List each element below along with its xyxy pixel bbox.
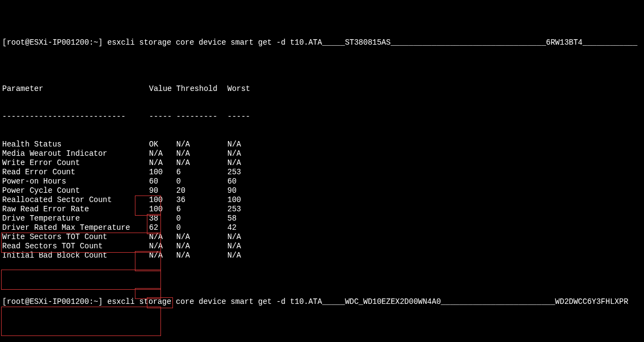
cell-threshold: 0 — [176, 223, 227, 233]
table-row: Health StatusOKN/AN/A — [2, 140, 642, 149]
cell-threshold: N/A — [176, 251, 227, 260]
cell-threshold: 20 — [176, 186, 227, 196]
cell-threshold: 0 — [176, 177, 227, 186]
highlight-box — [1, 270, 161, 290]
cell-value: N/A — [149, 242, 176, 251]
cell-threshold: N/A — [176, 233, 227, 242]
prompt-line-2: [root@ESXi-IP001200:~] esxcli storage co… — [2, 297, 642, 307]
cell-worst: 90 — [227, 186, 260, 196]
cell-threshold: 36 — [176, 196, 227, 205]
cell-value: OK — [149, 140, 176, 149]
cell-param: Read Error Count — [2, 168, 149, 177]
cell-value: 62 — [149, 223, 176, 233]
cell-worst: 100 — [227, 196, 260, 205]
cell-worst: 60 — [227, 177, 260, 186]
cell-value: 100 — [149, 205, 176, 214]
cell-param: Media Wearout Indicator — [2, 149, 149, 158]
table-row: Drive Temperature38058 — [2, 214, 642, 223]
hdr-param: Parameter — [2, 84, 149, 94]
table-row: Write Error CountN/AN/AN/A — [2, 158, 642, 168]
table-row: Driver Rated Max Temperature62042 — [2, 223, 642, 233]
cell-value: 60 — [149, 177, 176, 186]
table-row: Raw Read Error Rate1006253 — [2, 205, 642, 214]
prompt-line-1: [root@ESXi-IP001200:~] esxcli storage co… — [2, 38, 642, 47]
cell-value: 100 — [149, 196, 176, 205]
cell-param: Write Error Count — [2, 158, 149, 168]
cell-threshold: 0 — [176, 214, 227, 223]
cell-worst: N/A — [227, 242, 260, 251]
cell-param: Health Status — [2, 140, 149, 149]
cell-threshold: N/A — [176, 140, 227, 149]
cell-threshold: N/A — [176, 158, 227, 168]
cell-threshold: N/A — [176, 149, 227, 158]
hdr-value: Value — [149, 84, 176, 94]
cell-param: Initial Bad Block Count — [2, 251, 149, 260]
table-row: Reallocated Sector Count10036100 — [2, 196, 642, 205]
smart1-header: Parameter Value Threshold Worst — [2, 84, 642, 94]
cell-value: 90 — [149, 186, 176, 196]
smart1-body: Health StatusOKN/AN/AMedia Wearout Indic… — [2, 140, 642, 260]
cell-param: Raw Read Error Rate — [2, 205, 149, 214]
cell-value: N/A — [149, 158, 176, 168]
cell-param: Power-on Hours — [2, 177, 149, 186]
cell-worst: N/A — [227, 158, 260, 168]
cell-threshold: 6 — [176, 168, 227, 177]
cell-param: Read Sectors TOT Count — [2, 242, 149, 251]
cell-param: Reallocated Sector Count — [2, 196, 149, 205]
table-row: Initial Bad Block CountN/AN/AN/A — [2, 251, 642, 260]
cell-value: N/A — [149, 149, 176, 158]
cell-param: Power Cycle Count — [2, 186, 149, 196]
table-row: Write Sectors TOT CountN/AN/AN/A — [2, 233, 642, 242]
cell-param: Write Sectors TOT Count — [2, 233, 149, 242]
smart1-sep: --------------------------- ----- ------… — [2, 112, 642, 121]
cell-worst: 42 — [227, 223, 260, 233]
cell-worst: N/A — [227, 251, 260, 260]
table-row: Read Error Count1006253 — [2, 168, 642, 177]
hdr-worst: Worst — [227, 84, 260, 94]
table-row: Media Wearout IndicatorN/AN/AN/A — [2, 149, 642, 158]
table-row: Power Cycle Count902090 — [2, 186, 642, 196]
cell-param: Driver Rated Max Temperature — [2, 223, 149, 233]
cell-worst: 253 — [227, 205, 260, 214]
cell-threshold: 6 — [176, 205, 227, 214]
cell-value: N/A — [149, 251, 176, 260]
cell-worst: N/A — [227, 140, 260, 149]
cell-worst: 58 — [227, 214, 260, 223]
cell-value: 100 — [149, 168, 176, 177]
table-row: Power-on Hours60060 — [2, 177, 642, 186]
terminal[interactable]: [root@ESXi-IP001200:~] esxcli storage co… — [0, 0, 644, 342]
cell-worst: 253 — [227, 168, 260, 177]
highlight-box — [1, 307, 161, 336]
hdr-threshold: Threshold — [176, 84, 227, 94]
cell-threshold: N/A — [176, 242, 227, 251]
cell-worst: N/A — [227, 233, 260, 242]
cell-value: 38 — [149, 214, 176, 223]
cell-worst: N/A — [227, 149, 260, 158]
table-row: Read Sectors TOT CountN/AN/AN/A — [2, 242, 642, 251]
cell-param: Drive Temperature — [2, 214, 149, 223]
cell-value: N/A — [149, 233, 176, 242]
